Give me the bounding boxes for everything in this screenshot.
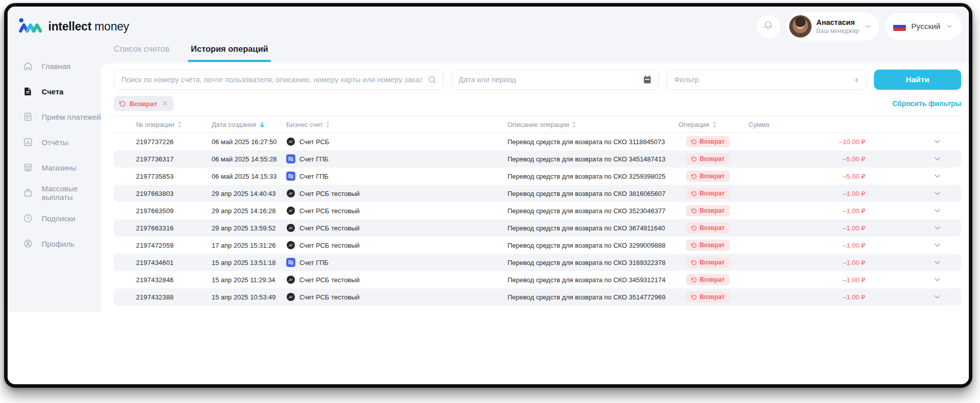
filter-input[interactable]	[666, 70, 866, 90]
language-selector[interactable]: Русский	[885, 13, 962, 40]
sort-icon[interactable]	[713, 121, 717, 128]
sidebar-item-label: Отчёты	[42, 138, 68, 147]
business-account: Счет ГПБ	[286, 258, 508, 267]
table-row[interactable]: 219773585306 май 2025 14:15:33Счет ГПБПе…	[114, 167, 961, 185]
tab-operation-history[interactable]: История операций	[191, 44, 268, 62]
column-date-created[interactable]: Дата создания	[212, 121, 286, 128]
calendar-icon[interactable]	[643, 75, 652, 85]
operation-cell: Возврат	[672, 188, 744, 199]
operation-id: 2197663316	[114, 224, 212, 232]
operation-badge-label: Возврат	[699, 242, 724, 249]
expand-row-button[interactable]	[933, 258, 942, 267]
sort-desc-icon[interactable]	[259, 121, 265, 128]
search-icon[interactable]	[427, 75, 437, 85]
refund-icon	[691, 260, 697, 265]
operation-date: 17 апр 2025 15:31:26	[212, 242, 286, 249]
user-menu[interactable]: Анастасия Ваш менеджер	[786, 12, 880, 41]
search-input[interactable]	[114, 70, 444, 90]
table-row[interactable]: 219747205917 апр 2025 15:31:26Счет РСБ т…	[114, 237, 961, 254]
remove-filter-icon[interactable]: ✕	[162, 100, 168, 107]
rsb-bank-icon	[286, 275, 295, 284]
operation-id: 2197737226	[114, 138, 212, 146]
tab-invoice-list[interactable]: Список счетов	[114, 44, 170, 62]
sidebar-item-profile[interactable]: Профиль	[8, 233, 101, 254]
sidebar-item-reports[interactable]: Отчёты	[8, 131, 101, 153]
operation-badge-label: Возврат	[699, 138, 724, 145]
date-input[interactable]	[451, 70, 659, 90]
operation-amount: –1.00 ₽	[744, 276, 881, 284]
column-label: Сумма	[749, 121, 769, 128]
operation-amount: –5.00 ₽	[744, 155, 881, 163]
operation-description: Перевод средств для возврата по СКО 3514…	[508, 293, 672, 301]
business-account: Счет РСБ	[286, 137, 508, 146]
expand-row-button[interactable]	[933, 189, 942, 198]
row-expand-cell	[881, 241, 961, 250]
top-header: intellect money Анастасия Ваш менеджер Р…	[8, 7, 969, 46]
business-account: Счет РСБ тестовый	[286, 206, 508, 215]
notifications-button[interactable]	[757, 15, 780, 38]
table-header: № операции Дата создания Бизнес счет Опи…	[114, 116, 961, 133]
expand-row-button[interactable]	[933, 172, 942, 181]
table-row[interactable]: 219743238815 апр 2025 10:53:49Счет РСБ т…	[114, 288, 961, 306]
sidebar-item-invoices[interactable]: Счета	[8, 81, 101, 102]
operation-badge-label: Возврат	[699, 155, 724, 162]
sidebar-item-shops[interactable]: Магазины	[8, 157, 101, 178]
operation-amount: –1.00 ₽	[744, 224, 881, 232]
sort-icon[interactable]	[572, 121, 576, 128]
operation-badge-refund: Возврат	[686, 257, 729, 268]
gpb-bank-icon	[286, 172, 295, 181]
operation-date: 29 апр 2025 14:16:28	[212, 207, 286, 215]
column-business-account[interactable]: Бизнес счет	[286, 121, 508, 128]
business-account-name: Счет РСБ тестовый	[299, 207, 360, 215]
refund-icon	[691, 208, 697, 214]
expand-row-button[interactable]	[933, 206, 942, 215]
operation-badge-refund: Возврат	[686, 205, 729, 216]
operation-cell: Возврат	[672, 240, 744, 251]
table-row[interactable]: 219766380329 апр 2025 14:40:43Счет РСБ т…	[114, 185, 961, 202]
operation-badge-refund: Возврат	[686, 136, 729, 147]
column-amount: Сумма	[744, 121, 881, 128]
sidebar-item-subscriptions[interactable]: Подписки	[8, 208, 101, 229]
table-row[interactable]: 219743284615 апр 2025 11:29:34Счет РСБ т…	[114, 271, 961, 288]
business-account: Счет РСБ тестовый	[286, 223, 508, 232]
column-operation[interactable]: Операция	[672, 121, 744, 128]
sort-icon[interactable]	[326, 121, 330, 128]
chevron-down-icon	[864, 22, 872, 30]
search-button[interactable]: Найти	[874, 70, 961, 90]
operation-badge-refund: Возврат	[686, 274, 729, 285]
operation-cell: Возврат	[672, 171, 744, 182]
operation-date: 29 апр 2025 13:59:52	[212, 224, 286, 232]
sidebar-item-payments[interactable]: Приём платежей	[8, 106, 101, 127]
refund-icon	[691, 174, 697, 179]
business-account-name: Счет ГПБ	[299, 173, 328, 180]
operation-amount: –1.00 ₽	[744, 259, 881, 266]
row-expand-cell	[881, 258, 961, 267]
expand-row-button[interactable]	[933, 223, 942, 232]
expand-row-button[interactable]	[933, 275, 942, 284]
sort-icon[interactable]	[178, 121, 182, 128]
column-description[interactable]: Описание операции	[508, 121, 672, 128]
app-logo[interactable]: intellect money	[19, 18, 129, 35]
expand-row-button[interactable]	[933, 137, 942, 146]
table-row[interactable]: 219766331629 апр 2025 13:59:52Счет РСБ т…	[114, 219, 961, 237]
table-row[interactable]: 219773722606 май 2025 16:27:50Счет РСБПе…	[114, 133, 961, 150]
table-row[interactable]: 219766350929 апр 2025 14:16:28Счет РСБ т…	[114, 202, 961, 219]
expand-row-button[interactable]	[933, 154, 942, 163]
expand-row-button[interactable]	[933, 241, 942, 250]
sidebar-item-home[interactable]: Главная	[8, 55, 101, 77]
column-operation-id[interactable]: № операции	[114, 121, 212, 128]
reset-filters-link[interactable]: Сбросить фильтры	[892, 99, 961, 108]
operation-cell: Возврат	[672, 257, 744, 268]
table-row[interactable]: 219743460115 апр 2025 13:51:18Счет ГПБПе…	[114, 254, 961, 271]
table-row[interactable]: 219773631706 май 2025 14:55:28Счет ГПБПе…	[114, 150, 961, 167]
logo-mark-icon	[19, 18, 42, 35]
business-account-name: Счет ГПБ	[299, 259, 328, 266]
sidebar-item-payouts[interactable]: Массовые выплаты	[8, 182, 101, 204]
filter-field: +	[666, 70, 866, 90]
expand-row-button[interactable]	[933, 292, 942, 301]
operation-badge-label: Возврат	[699, 207, 724, 214]
filter-chip-refund[interactable]: Возврат ✕	[114, 96, 174, 111]
row-expand-cell	[881, 292, 961, 301]
add-filter-icon[interactable]: +	[854, 75, 860, 85]
operation-date: 06 май 2025 14:15:33	[212, 173, 286, 180]
